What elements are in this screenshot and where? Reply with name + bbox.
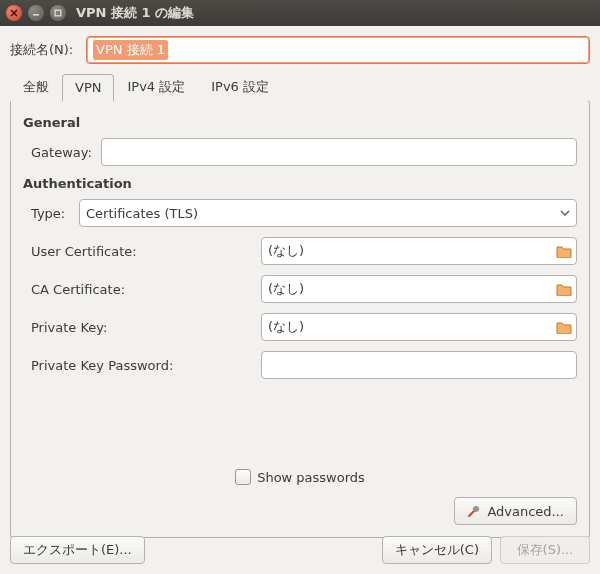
close-icon[interactable] [6, 5, 22, 21]
user-cert-field[interactable]: (なし) [261, 237, 577, 265]
tabs: 全般 VPN IPv4 設定 IPv6 設定 [10, 74, 590, 102]
user-cert-label: User Certificate: [31, 244, 261, 259]
auth-type-combo[interactable]: Certificates (TLS) [79, 199, 577, 227]
titlebar: VPN 接続 1 の編集 [0, 0, 600, 26]
user-cert-value: (なし) [268, 242, 304, 260]
show-passwords-checkbox[interactable] [235, 469, 251, 485]
minimize-icon[interactable] [28, 5, 44, 21]
gateway-label: Gateway: [31, 145, 101, 160]
priv-key-label: Private Key: [31, 320, 261, 335]
advanced-button[interactable]: Advanced... [454, 497, 577, 525]
priv-key-pw-input[interactable] [261, 351, 577, 379]
dialog-footer: エクスポート(E)... キャンセル(C) 保存(S)... [0, 528, 600, 574]
advanced-label: Advanced... [487, 504, 564, 519]
priv-key-pw-label: Private Key Password: [31, 358, 261, 373]
gateway-input[interactable] [101, 138, 577, 166]
section-auth: Authentication [23, 176, 577, 191]
cancel-label: キャンセル(C) [395, 541, 479, 559]
export-label: エクスポート(E)... [23, 541, 132, 559]
show-passwords-label: Show passwords [257, 470, 365, 485]
window-title: VPN 接続 1 の編集 [76, 4, 194, 22]
svg-rect-1 [55, 10, 61, 16]
save-button[interactable]: 保存(S)... [500, 536, 590, 564]
section-general: General [23, 115, 577, 130]
export-button[interactable]: エクスポート(E)... [10, 536, 145, 564]
folder-icon [556, 320, 572, 334]
svg-rect-0 [33, 14, 39, 16]
tabpanel-vpn: General Gateway: Authentication Type: Ce… [10, 101, 590, 538]
tab-ipv6[interactable]: IPv6 設定 [198, 72, 282, 102]
tab-general[interactable]: 全般 [10, 72, 62, 102]
connection-name-value: VPN 接続 1 [93, 40, 168, 60]
ca-cert-field[interactable]: (なし) [261, 275, 577, 303]
wrench-icon [467, 504, 481, 518]
priv-key-value: (なし) [268, 318, 304, 336]
maximize-icon[interactable] [50, 5, 66, 21]
auth-type-label: Type: [31, 206, 79, 221]
ca-cert-label: CA Certificate: [31, 282, 261, 297]
cancel-button[interactable]: キャンセル(C) [382, 536, 492, 564]
tab-vpn[interactable]: VPN [62, 74, 114, 102]
folder-icon [556, 282, 572, 296]
chevron-down-icon [560, 210, 570, 216]
auth-type-value: Certificates (TLS) [86, 206, 198, 221]
ca-cert-value: (なし) [268, 280, 304, 298]
tab-ipv4[interactable]: IPv4 設定 [114, 72, 198, 102]
folder-icon [556, 244, 572, 258]
connection-name-input[interactable]: VPN 接続 1 [86, 36, 590, 64]
connection-name-label: 接続名(N): [10, 41, 86, 59]
save-label: 保存(S)... [517, 541, 574, 559]
priv-key-field[interactable]: (なし) [261, 313, 577, 341]
